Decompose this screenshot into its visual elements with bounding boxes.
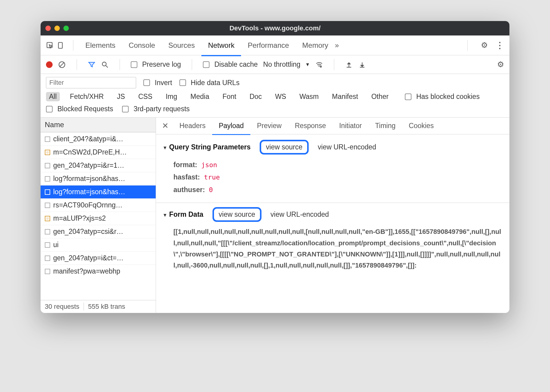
throttling-dropdown[interactable]: No throttling ▼ [263, 60, 310, 69]
svg-rect-1 [58, 42, 62, 48]
section-title: Form Data [169, 210, 203, 218]
disclosure-triangle-icon[interactable]: ▼ [163, 145, 167, 150]
filter-input[interactable] [46, 77, 136, 88]
transfer-size: 555 kB trans [84, 303, 125, 311]
devtools-window: DevTools - www.google.com/ ElementsConso… [41, 21, 509, 313]
tab-sources[interactable]: Sources [162, 41, 201, 50]
file-type-icon [45, 203, 50, 208]
preserve-log-checkbox[interactable]: Preserve log [131, 60, 181, 69]
filter-chip-fetch-xhr[interactable]: Fetch/XHR [67, 92, 107, 101]
request-row[interactable]: rs=ACT90oFqOrnng… [41, 198, 156, 212]
request-row[interactable]: client_204?&atyp=i&… [41, 132, 156, 145]
tab-memory[interactable]: Memory [296, 41, 335, 50]
detail-tab-cookies[interactable]: Cookies [402, 122, 440, 130]
hide-data-urls-checkbox[interactable]: Hide data URLs [179, 79, 240, 87]
close-detail-icon[interactable]: ✕ [158, 121, 173, 130]
window-title: DevTools - www.google.com/ [41, 24, 509, 32]
tab-console[interactable]: Console [122, 41, 162, 50]
download-har-icon[interactable] [358, 61, 366, 69]
request-name: m=CnSW2d,DPreE,H… [53, 148, 127, 156]
filter-chip-doc[interactable]: Doc [246, 92, 265, 101]
column-header-name[interactable]: Name [41, 118, 156, 132]
kebab-menu-icon[interactable]: ⋮ [496, 40, 504, 50]
request-row[interactable]: m=CnSW2d,DPreE,H… [41, 145, 156, 159]
panel-tabs: ElementsConsoleSourcesNetworkPerformance… [41, 35, 509, 55]
qsp-view-source-link[interactable]: view source [260, 140, 309, 155]
request-detail: ✕ HeadersPayloadPreviewResponseInitiator… [156, 118, 509, 313]
detail-tab-headers[interactable]: Headers [173, 122, 212, 130]
upload-har-icon[interactable] [345, 61, 353, 69]
filter-chip-ws[interactable]: WS [272, 92, 289, 101]
filter-icon[interactable] [88, 61, 96, 69]
detail-tab-timing[interactable]: Timing [368, 122, 402, 130]
request-count: 30 requests [45, 303, 79, 311]
file-type-icon [45, 136, 50, 142]
detail-tab-initiator[interactable]: Initiator [332, 122, 368, 130]
has-blocked-cookies-checkbox[interactable]: Has blocked cookies [405, 93, 480, 101]
request-name: manifest?pwa=webhp [53, 267, 120, 275]
request-row[interactable]: gen_204?atyp=csi&r… [41, 225, 156, 238]
device-toggle-icon[interactable] [57, 41, 65, 49]
form-view-urlencoded-link[interactable]: view URL-encoded [270, 210, 329, 219]
inspect-icon[interactable] [46, 41, 54, 49]
more-panels-icon[interactable]: » [335, 41, 339, 50]
form-data-body: [[1,null,null,null,null,null,null,null,n… [163, 226, 503, 271]
network-settings-icon[interactable]: ⚙ [497, 60, 504, 69]
param-row: format: json [173, 159, 503, 171]
request-row[interactable]: gen_204?atyp=i&ct=… [41, 251, 156, 265]
detail-tab-payload[interactable]: Payload [212, 122, 250, 135]
filter-chip-js[interactable]: JS [114, 92, 128, 101]
request-name: gen_204?atyp=i&r=1… [53, 161, 124, 170]
filter-chip-wasm[interactable]: Wasm [296, 92, 322, 101]
filter-chip-other[interactable]: Other [368, 92, 392, 101]
file-type-icon [45, 176, 50, 182]
search-icon[interactable] [101, 61, 109, 69]
qsp-view-urlencoded-link[interactable]: view URL-encoded [318, 143, 376, 151]
filter-bar: Invert Hide data URLs AllFetch/XHRJSCSSI… [41, 74, 509, 118]
tab-elements[interactable]: Elements [79, 41, 122, 50]
request-row[interactable]: m=aLUfP?xjs=s2 [41, 212, 156, 225]
filter-chip-font[interactable]: Font [219, 92, 239, 101]
chevron-down-icon: ▼ [305, 62, 310, 67]
form-view-source-link[interactable]: view source [212, 207, 261, 222]
request-name: ui [53, 241, 59, 249]
svg-line-6 [106, 66, 108, 68]
file-type-icon [45, 229, 50, 234]
settings-icon[interactable]: ⚙ [481, 41, 488, 50]
filter-chip-all[interactable]: All [46, 92, 60, 101]
param-value: 0 [205, 186, 213, 194]
form-data-section: ▼Form Data view source view URL-encoded … [163, 207, 503, 271]
record-button[interactable] [46, 61, 53, 68]
filter-chip-manifest[interactable]: Manifest [329, 92, 361, 101]
blocked-requests-checkbox[interactable]: Blocked Requests [46, 105, 113, 113]
network-conditions-icon[interactable] [315, 61, 323, 69]
detail-tab-preview[interactable]: Preview [250, 122, 288, 130]
request-name: client_204?&atyp=i&… [53, 135, 123, 143]
svg-point-5 [102, 62, 106, 66]
request-name: log?format=json&has… [53, 175, 125, 183]
request-row[interactable]: manifest?pwa=webhp [41, 265, 156, 278]
filter-chip-css[interactable]: CSS [135, 92, 155, 101]
request-name: log?format=json&has… [53, 188, 125, 196]
filter-chip-img[interactable]: Img [163, 92, 180, 101]
request-row[interactable]: gen_204?atyp=i&r=1… [41, 159, 156, 172]
tab-network[interactable]: Network [201, 41, 241, 56]
request-row[interactable]: ui [41, 238, 156, 251]
param-key: hasfast: [173, 173, 200, 181]
status-bar: 30 requests 555 kB trans [41, 300, 156, 313]
file-type-icon [45, 256, 50, 261]
request-row[interactable]: log?format=json&has… [41, 185, 156, 198]
detail-tab-response[interactable]: Response [288, 122, 333, 130]
request-row[interactable]: log?format=json&has… [41, 172, 156, 185]
section-title: Query String Parameters [169, 143, 251, 151]
titlebar: DevTools - www.google.com/ [41, 21, 509, 35]
file-type-icon [45, 189, 50, 195]
disable-cache-checkbox[interactable]: Disable cache [203, 60, 258, 69]
clear-icon[interactable] [58, 61, 66, 69]
filter-chip-media[interactable]: Media [188, 92, 212, 101]
tab-performance[interactable]: Performance [241, 41, 295, 50]
third-party-checkbox[interactable]: 3rd-party requests [122, 105, 190, 113]
invert-checkbox[interactable]: Invert [143, 79, 172, 87]
disclosure-triangle-icon[interactable]: ▼ [163, 213, 167, 218]
param-row: hasfast: true [173, 171, 503, 183]
